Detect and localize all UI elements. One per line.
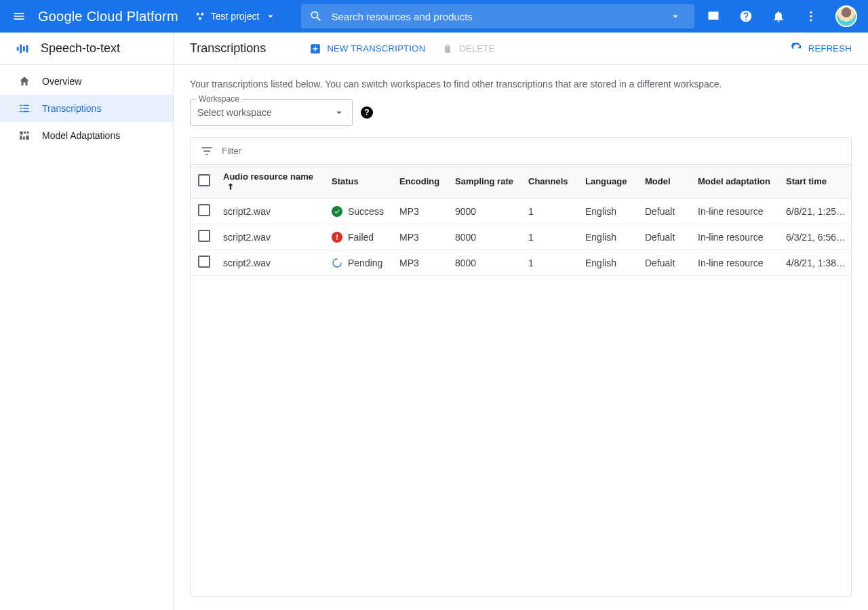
help-button[interactable] (732, 3, 760, 30)
table-row[interactable]: script2.wavPendingMP380001EnglishDefualt… (191, 250, 851, 276)
col-resource[interactable]: Audio resource name (218, 165, 326, 199)
filter-input[interactable] (222, 146, 842, 156)
table-row[interactable]: script2.wavSuccessMP390001EnglishDefualt… (191, 199, 851, 224)
project-selector[interactable]: Test project (189, 7, 283, 25)
svg-rect-18 (27, 131, 29, 134)
cloud-shell-icon (707, 9, 720, 23)
cell-encoding: MP3 (394, 250, 450, 276)
table-header-row: Audio resource name Status Encoding Samp… (191, 165, 851, 199)
user-avatar[interactable] (835, 5, 857, 27)
list-icon (18, 102, 31, 115)
cell-adaptation: In-line resource (692, 199, 781, 224)
svg-rect-16 (20, 131, 23, 135)
col-model[interactable]: Model (639, 165, 692, 199)
sidebar-item-model-adaptations[interactable]: Model Adaptations (0, 122, 173, 149)
svg-point-1 (201, 13, 203, 16)
project-name: Test project (211, 11, 260, 22)
cell-status: Success (326, 199, 394, 224)
svg-rect-17 (24, 131, 26, 134)
sidebar: Speech-to-text Overview Transcriptions M… (0, 33, 174, 610)
failed-icon: ! (332, 232, 342, 243)
row-checkbox[interactable] (198, 230, 210, 242)
refresh-label: REFRESH (808, 43, 852, 54)
svg-rect-19 (20, 136, 22, 140)
adaptations-icon (18, 129, 31, 142)
svg-rect-21 (26, 136, 29, 140)
sidebar-item-label: Transcriptions (42, 103, 101, 114)
sidebar-item-overview[interactable]: Overview (0, 68, 173, 95)
gcp-logo[interactable]: Google Cloud Platform (38, 9, 178, 24)
svg-rect-11 (20, 108, 22, 109)
svg-point-4 (810, 15, 812, 17)
cell-status: Pending (326, 250, 394, 276)
sidebar-item-transcriptions[interactable]: Transcriptions (0, 95, 173, 122)
chevron-down-icon (264, 10, 277, 22)
content: Transcriptions NEW TRANSCRIPTION DELETE … (174, 33, 868, 610)
table-row[interactable]: script2.wav!FailedMP380001EnglishDefualt… (191, 224, 851, 250)
more-vert-icon (804, 9, 818, 23)
sidebar-item-label: Model Adaptations (42, 130, 120, 141)
help-icon (739, 9, 753, 23)
refresh-button[interactable]: REFRESH (791, 43, 852, 55)
cell-start: 4/8/21, 1:38 PM (781, 250, 851, 276)
speech-to-text-icon (15, 41, 30, 56)
col-channels[interactable]: Channels (523, 165, 580, 199)
svg-rect-9 (26, 45, 28, 52)
search-icon (309, 9, 323, 23)
svg-rect-15 (23, 111, 29, 113)
col-adaptation[interactable]: Model adaptation (692, 165, 781, 199)
svg-rect-7 (20, 44, 22, 53)
col-encoding[interactable]: Encoding (394, 165, 450, 199)
workspace-select[interactable]: Workspace Select workspace (190, 99, 353, 126)
workspace-field-label: Workspace (196, 94, 242, 104)
sort-asc-icon (226, 182, 235, 191)
cell-language: English (580, 224, 639, 250)
col-rate[interactable]: Sampling rate (450, 165, 523, 199)
filter-row (191, 138, 851, 165)
workspace-help-button[interactable]: ? (361, 106, 373, 119)
row-checkbox[interactable] (198, 256, 210, 268)
svg-rect-8 (23, 46, 25, 51)
cell-encoding: MP3 (394, 199, 450, 224)
bell-icon (772, 9, 785, 23)
row-checkbox[interactable] (198, 204, 210, 216)
svg-rect-12 (20, 111, 22, 113)
hamburger-menu-button[interactable] (5, 3, 33, 30)
svg-rect-6 (17, 47, 19, 51)
success-icon (332, 206, 342, 217)
search-dropdown-toggle[interactable] (665, 10, 686, 22)
notifications-button[interactable] (765, 3, 792, 30)
more-button[interactable] (797, 3, 825, 30)
svg-point-0 (196, 13, 199, 16)
cell-channels: 1 (523, 224, 580, 250)
search-bar[interactable] (301, 4, 694, 28)
cell-resource: script2.wav (218, 250, 326, 276)
filter-icon (200, 144, 214, 158)
workspace-placeholder: Select workspace (197, 107, 272, 118)
add-icon (309, 43, 321, 55)
col-status[interactable]: Status (326, 165, 394, 199)
service-title: Speech-to-text (41, 41, 120, 56)
service-header: Speech-to-text (0, 33, 173, 65)
new-transcription-button[interactable]: NEW TRANSCRIPTION (309, 43, 425, 55)
search-input[interactable] (331, 11, 656, 22)
cell-start: 6/8/21, 1:25 PM (781, 199, 851, 224)
topbar-actions (700, 3, 857, 30)
delete-button: DELETE (441, 43, 494, 55)
cell-channels: 1 (523, 199, 580, 224)
select-all-checkbox[interactable] (198, 174, 210, 186)
svg-rect-14 (23, 108, 29, 109)
logo-cloud-platform: Cloud Platform (87, 9, 178, 24)
delete-label: DELETE (459, 43, 494, 54)
cell-rate: 8000 (450, 224, 523, 250)
project-icon (195, 11, 205, 22)
cell-language: English (580, 199, 639, 224)
col-language[interactable]: Language (580, 165, 639, 199)
page-title: Transcriptions (190, 41, 266, 56)
cell-rate: 9000 (450, 199, 523, 224)
description-text: Your transcriptions listed below. You ca… (190, 79, 852, 89)
col-start[interactable]: Start time (781, 165, 851, 199)
chevron-down-icon (333, 106, 345, 119)
cloud-shell-button[interactable] (700, 3, 727, 30)
cell-rate: 8000 (450, 250, 523, 276)
